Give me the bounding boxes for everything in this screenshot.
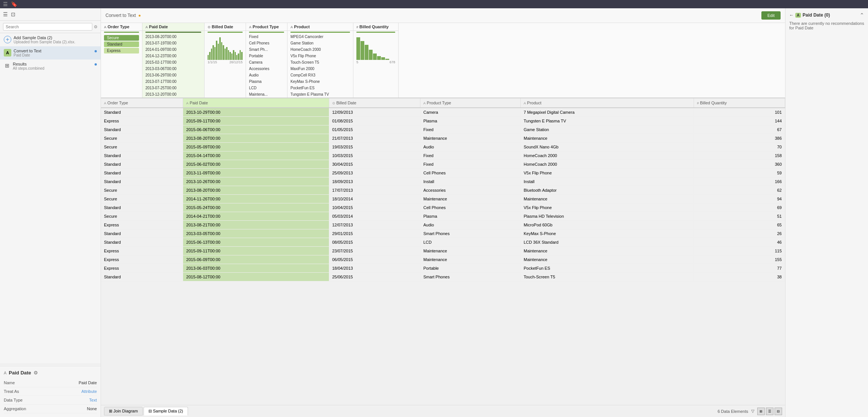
table-row: Standard2013-03-05T00:0029/01/2015Smart … [101, 229, 785, 238]
billed-date-bar [209, 52, 210, 60]
right-panel-collapse-btn[interactable]: ⌃ [860, 12, 864, 18]
billed-date-bar [208, 55, 209, 60]
product-type-preview-icon: A [249, 25, 252, 29]
th-order-type[interactable]: A Order Type [101, 98, 183, 108]
add-sample-icon: + [4, 36, 11, 43]
th-product-type[interactable]: A Product Type [420, 98, 520, 108]
menu-icon[interactable]: ☰ [3, 1, 8, 7]
view-grid-btn[interactable]: ⊞ [757, 408, 765, 415]
right-panel: ← A Paid Date (0) ⌃ There are currently … [785, 8, 868, 417]
prod-val-6: CompCell RX3 [290, 72, 350, 78]
billed-date-line [208, 32, 243, 33]
cell-order-type: Standard [101, 160, 183, 169]
billed-date-bar [225, 49, 226, 60]
view-list-btn[interactable]: ☰ [766, 408, 773, 415]
billed-date-preview-icon: ⊙ [208, 25, 211, 29]
preview-col-product: A Product MPEG4 Camcorder Game Station H… [287, 23, 353, 98]
billed-date-bar [236, 55, 237, 60]
bq-axis-end: 678 [390, 60, 395, 64]
table-row: Standard2013-10-29T00:0012/09/2013Camera… [101, 108, 785, 117]
billed-date-bar [221, 42, 222, 60]
cell-billed-qty: 94 [694, 195, 785, 203]
sidebar-item-add-sample[interactable]: + Add Sample Data (2) Uploaded from Samp… [0, 33, 101, 46]
sidebar-item-results[interactable]: ⊞ Results All steps.combined [0, 60, 101, 73]
cell-order-type: Standard [101, 169, 183, 177]
bookmark-icon[interactable]: 🔖 [11, 1, 17, 7]
billed-qty-preview-icon: # [356, 25, 358, 29]
attr-agg-value: None [87, 406, 97, 411]
cell-billed-date: 19/03/2015 [329, 143, 420, 151]
convert-subtitle: Paid Date [14, 53, 92, 57]
prod-val-5: MaxiFun 2000 [290, 66, 350, 72]
attr-name-value: Paid Date [79, 380, 97, 385]
cell-billed-qty: 65 [694, 221, 785, 229]
search-settings-icon[interactable]: ⚙ [94, 24, 98, 29]
product-th-icon: A [524, 101, 526, 105]
cell-order-type: Standard [101, 108, 183, 117]
join-diagram-icon: ⊞ [109, 409, 112, 413]
th-product[interactable]: A Product [520, 98, 694, 108]
tab-sample-data[interactable]: ⊟ Sample Data (2) [144, 407, 188, 415]
axis-start: 1/1/15 [208, 60, 217, 64]
tab-join-diagram[interactable]: ⊞ Join Diagram [104, 407, 143, 415]
cell-product-type: Accessories [420, 186, 520, 195]
preview-columns-row: A Order Type Secure Standard Express A P… [101, 23, 785, 98]
cell-billed-qty: 115 [694, 247, 785, 255]
th-paid-date[interactable]: A Paid Date [183, 98, 329, 108]
billed-date-bar [228, 50, 229, 60]
product-line [290, 32, 350, 33]
tab-list: ⊞ Join Diagram ⊟ Sample Data (2) [104, 407, 188, 415]
billed-date-bar [233, 50, 234, 60]
paid-date-val-7: 2013-07-17T00:00 [145, 78, 201, 85]
cell-product-type: Maintenance [420, 247, 520, 255]
th-billed-date[interactable]: ⊙ Billed Date [329, 98, 420, 108]
convert-content: Convert to Text Paid Date [14, 49, 92, 57]
preview-col-billed-date: ⊙ Billed Date 1/1/15 26/12/15 [205, 23, 246, 98]
cell-paid-date: 2013-08-20T00:00 [183, 134, 329, 143]
cell-paid-date: 2015-08-12T00:00 [183, 273, 329, 281]
table-row: Standard2013-10-26T00:0018/09/2013Instal… [101, 177, 785, 186]
back-arrow-icon[interactable]: ← [789, 12, 794, 18]
cell-billed-qty: 70 [694, 143, 785, 151]
pt-val-2: Smart Ph... [249, 46, 284, 53]
bq-histogram-bar [373, 53, 377, 60]
prod-val-1: Game Station [290, 40, 350, 46]
hamburger-icon[interactable]: ☰ [3, 11, 8, 17]
cell-product-type: Cell Phones [420, 169, 520, 177]
billed-qty-th-label: Billed Quantity [700, 101, 727, 105]
tag-secure: Secure [104, 35, 139, 41]
filter-icon[interactable]: ▽ [751, 409, 754, 414]
th-billed-qty[interactable]: # Billed Quantity [694, 98, 785, 108]
cell-billed-qty: 38 [694, 273, 785, 281]
new-item-icon[interactable]: ⊡ [11, 11, 15, 17]
cell-paid-date: 2015-06-02T00:00 [183, 160, 329, 169]
table-row: Express2015-09-11T00:0023/07/2015Mainten… [101, 247, 785, 255]
attr-type-label: Data Type [4, 398, 23, 402]
table-scroll-wrap[interactable]: A Order Type A Paid Date ⊙ Billed Date [101, 98, 785, 405]
product-type-values: Fixed Cell Phones Smart Ph... Portable C… [246, 34, 287, 98]
cell-product-type: Fixed [420, 160, 520, 169]
tag-express: Express [104, 48, 139, 53]
paid-date-settings-btn[interactable]: ⚙ [34, 370, 38, 376]
cell-product: Touch-Screen T5 [520, 273, 694, 281]
attr-agg-label: Aggregation [4, 406, 26, 411]
billed-date-axis: 1/1/15 26/12/15 [205, 60, 246, 64]
preview-col-paid-date: A Paid Date 2013-08-20T00:00 2013-07-19T… [142, 23, 205, 98]
cell-product: Game Station [520, 125, 694, 134]
results-title: Results [13, 62, 92, 66]
preview-col-product-type: A Product Type Fixed Cell Phones Smart P… [246, 23, 287, 98]
cell-product: Maintenance [520, 247, 694, 255]
cell-order-type: Standard [101, 273, 183, 281]
product-th-label: Product [527, 101, 541, 105]
search-input[interactable] [3, 23, 92, 31]
view-compact-btn[interactable]: ⊟ [775, 408, 782, 415]
edit-button[interactable]: Edit [761, 11, 781, 20]
preview-col-billed-header: ⊙ Billed Date [205, 23, 246, 31]
cell-paid-date: 2013-06-03T00:00 [183, 264, 329, 273]
order-type-th-icon: A [104, 101, 106, 105]
prod-val-3: V5x Flip Phone [290, 53, 350, 59]
table-row: Express2015-09-11T00:0001/08/2015PlasmaT… [101, 117, 785, 125]
sidebar-item-convert[interactable]: A Convert to Text Paid Date [0, 46, 101, 60]
preview-col-product-header: A Product [287, 23, 353, 31]
cell-product-type: Maintenance [420, 195, 520, 203]
